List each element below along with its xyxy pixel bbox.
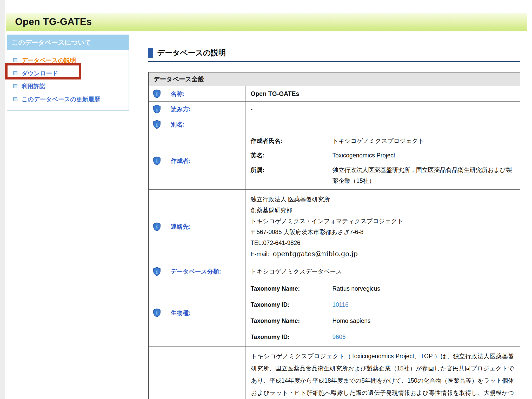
main-content: データベースの説明 データベース全般 i 名称: Open TG-GATE — [148, 48, 520, 399]
taxonomy-name-key: Taxonomy Name: — [251, 282, 330, 295]
table-row-name: i 名称: Open TG-GATEs — [149, 86, 520, 102]
sidebar-list: データベースの説明 ダウンロード 利用許諾 このデータベースの更新履歴 — [7, 50, 129, 110]
square-bullet-icon — [13, 97, 17, 101]
taxonomy-id-link[interactable]: 9606 — [332, 334, 346, 340]
taxonomy-name-value: Rattus norvegicus — [332, 282, 515, 295]
row-label-cell: i 別名: — [149, 117, 245, 132]
species-value-cell: Taxonomy Name: Rattus norvegicus Taxonom… — [245, 279, 520, 347]
row-label-cell — [149, 347, 245, 399]
row-value: - — [245, 117, 520, 132]
contact-email-line: E-mail: opentggates@nibio.go.jp — [251, 248, 515, 260]
info-shield-icon: i — [153, 89, 161, 98]
description-cell: トキシコゲノミクスプロジェクト（Toxicogenomics Project、T… — [245, 347, 520, 399]
section-header: データベースの説明 — [148, 48, 520, 62]
square-bullet-icon — [13, 58, 17, 62]
contact-line: トキシコゲノミクス・インフォマティクスプロジェクト — [251, 216, 515, 227]
table-row-creator: i 作成者: 作成者氏名: トキシコゲノミクスプロジェクト 英名: Toxico… — [149, 132, 520, 190]
table-row-category: i データベース分類: トキシコゲノミクスデータベース — [149, 264, 520, 279]
row-label-cell: i 連絡先: — [149, 190, 245, 264]
table-row-description: トキシコゲノミクスプロジェクト（Toxicogenomics Project、T… — [149, 347, 520, 399]
contact-line: 独立行政法人 医薬基盤研究所 — [251, 194, 515, 205]
creator-name-key: 作成者氏名: — [251, 135, 330, 146]
info-shield-icon: i — [153, 308, 161, 317]
section-title: データベースの説明 — [157, 48, 226, 58]
page: Open TG-GATEs このデータベースについて データベースの説明 ダウン… — [0, 0, 532, 399]
contact-value-cell: 独立行政法人 医薬基盤研究所 創薬基盤研究部 トキシコゲノミクス・インフォマティ… — [245, 190, 520, 264]
sidebar-item-license[interactable]: 利用許諾 — [7, 80, 129, 93]
table-header-row: データベース全般 — [149, 72, 520, 86]
svg-text:i: i — [156, 224, 158, 230]
email-value: opentggates@nibio.go.jp — [273, 248, 358, 259]
taxonomy-name-value: Homo sapiens — [332, 315, 515, 327]
table-row-contact: i 連絡先: 独立行政法人 医薬基盤研究所 創薬基盤研究部 トキシコゲノミクス・… — [149, 190, 520, 264]
row-value: トキシコゲノミクスデータベース — [245, 264, 520, 279]
table-row-alias: i 別名: - — [149, 117, 520, 132]
email-label: E-mail: — [251, 249, 269, 260]
contact-line: 創薬基盤研究部 — [251, 205, 515, 216]
annotation-highlight-box — [5, 63, 81, 79]
row-label-cell: i 作成者: — [149, 132, 245, 190]
app-header: Open TG-GATEs — [6, 13, 527, 31]
taxonomy-name-key: Taxonomy Name: — [251, 315, 330, 327]
row-label-cell: i 生物種: — [149, 279, 245, 347]
taxonomy-id-link[interactable]: 10116 — [332, 301, 349, 308]
info-shield-icon: i — [153, 267, 161, 276]
creator-value-cell: 作成者氏名: トキシコゲノミクスプロジェクト 英名: Toxicogenomic… — [245, 132, 520, 190]
taxonomy-id-key: Taxonomy ID: — [251, 298, 330, 311]
row-label-cell: i データベース分類: — [149, 264, 245, 279]
creator-name-value: トキシコゲノミクスプロジェクト — [332, 135, 515, 146]
database-description-text: トキシコゲノミクスプロジェクト（Toxicogenomics Project、T… — [251, 350, 514, 399]
info-shield-icon: i — [153, 222, 161, 231]
sidebar-item-update-history[interactable]: このデータベースの更新履歴 — [7, 93, 129, 106]
page-title: Open TG-GATEs — [6, 16, 92, 27]
svg-text:i: i — [156, 158, 158, 164]
database-info-table: データベース全般 i 名称: Open TG-GATEs — [148, 72, 520, 399]
row-label: 名称: — [171, 90, 185, 98]
sidebar-item-label: このデータベースの更新履歴 — [22, 95, 100, 103]
creator-english-key: 英名: — [251, 150, 330, 161]
table-row-reading: i 読み方: - — [149, 102, 520, 117]
table-row-species: i 生物種: Taxonomy Name: Rattus norvegicus … — [149, 279, 520, 347]
row-label: 読み方: — [171, 105, 191, 113]
row-label: 別名: — [171, 121, 185, 129]
square-bullet-icon — [13, 84, 17, 88]
table-section-header: データベース全般 — [149, 72, 520, 86]
info-shield-icon: i — [153, 156, 161, 165]
info-shield-icon: i — [153, 120, 161, 129]
sidebar-header: このデータベースについて — [7, 35, 129, 50]
row-value: Open TG-GATEs — [245, 86, 520, 102]
row-label-cell: i 名称: — [149, 86, 245, 102]
row-label: データベース分類: — [171, 268, 221, 276]
svg-text:i: i — [156, 107, 158, 112]
sidebar-item-label: 利用許諾 — [22, 82, 45, 90]
creator-affiliation-value: 独立行政法人医薬基盤研究所，国立医薬品食品衛生研究所および製薬企業（15社） — [332, 164, 515, 186]
row-label-cell: i 読み方: — [149, 102, 245, 117]
window-left-gutter — [0, 0, 5, 399]
svg-text:i: i — [156, 91, 158, 97]
svg-text:i: i — [156, 122, 158, 128]
taxonomy-id-key: Taxonomy ID: — [251, 331, 330, 343]
row-value: - — [245, 102, 520, 117]
svg-text:i: i — [156, 310, 158, 316]
row-label: 連絡先: — [171, 223, 191, 231]
contact-line: TEL:072-641-9826 — [251, 237, 515, 248]
svg-text:i: i — [156, 269, 158, 275]
row-label: 作成者: — [171, 157, 191, 165]
info-shield-icon: i — [153, 105, 161, 114]
creator-affiliation-key: 所属: — [251, 164, 330, 186]
contact-line: 〒567-0085 大阪府茨木市彩都あさぎ7-6-8 — [251, 227, 515, 237]
row-label: 生物種: — [171, 309, 191, 317]
creator-english-value: Toxicogenomics Project — [332, 150, 515, 161]
section-marker-icon — [148, 48, 153, 58]
